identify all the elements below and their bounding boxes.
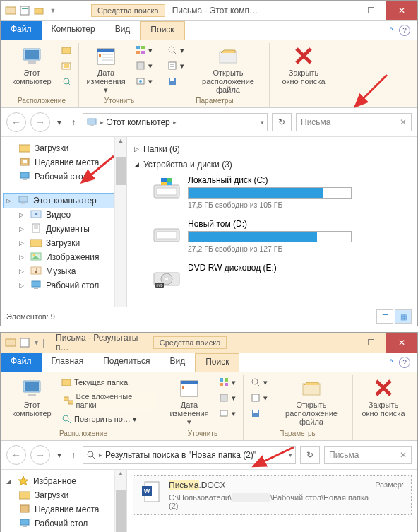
ribbon-collapse[interactable]: ^ ? <box>389 353 417 372</box>
tree-desktop[interactable]: Рабочий стол <box>16 516 124 531</box>
forward-button[interactable]: → <box>30 445 50 465</box>
recent-searches[interactable]: ▾ <box>165 43 187 57</box>
recent-searches[interactable]: ▾ <box>248 375 270 389</box>
tab-share[interactable]: Поделиться <box>93 353 160 372</box>
tree-downloads[interactable]: Загрузки <box>16 488 124 502</box>
clear-search-icon[interactable]: ✕ <box>400 117 407 127</box>
tree-recent[interactable]: Недавние места <box>16 155 124 170</box>
quick-access-toolbar: ▼ <box>1 1 63 20</box>
qat-newfolder-icon[interactable] <box>33 5 44 16</box>
tab-search[interactable]: Поиск <box>195 353 239 372</box>
save-search[interactable] <box>165 74 187 88</box>
history-dropdown[interactable]: ▾ <box>54 448 64 462</box>
open-location-button[interactable]: Открытьрасположение файла <box>191 43 265 95</box>
back-button[interactable]: ← <box>6 445 26 465</box>
svg-point-61 <box>165 278 168 280</box>
tree-favorites[interactable]: ◢Избранное <box>4 474 124 488</box>
drive-dvd[interactable]: DVD DVD RW дисковод (E:) <box>151 263 410 291</box>
search-in-3[interactable] <box>59 74 74 88</box>
forward-button[interactable]: → <box>30 112 50 132</box>
qat-dropdown-icon[interactable]: ▼ <box>47 5 59 16</box>
tree-desktop2[interactable]: ▷Рабочий стол <box>16 278 124 292</box>
kind-filter[interactable]: ▾ <box>133 43 155 57</box>
tab-view[interactable]: Вид <box>105 21 141 40</box>
up-button[interactable]: ↑ <box>68 115 78 129</box>
app-icon <box>5 5 16 16</box>
address-bar[interactable]: ▸ Этот компьютер ▸ ▾ <box>83 113 268 131</box>
refresh-button[interactable]: ↻ <box>272 113 292 131</box>
close-button[interactable]: ✕ <box>386 333 417 353</box>
tree-downloads2[interactable]: ▷Загрузки <box>16 236 124 250</box>
address-bar[interactable]: ▸ Результаты поиска в "Новая папка (2)" … <box>83 446 296 464</box>
back-button[interactable]: ← <box>6 112 26 132</box>
tree-documents[interactable]: ▷Документы <box>16 222 124 236</box>
size-filter[interactable]: ▾ <box>216 391 239 405</box>
search-again-btn[interactable]: Повторить по… ▾ <box>59 412 157 426</box>
qat-properties-icon[interactable] <box>19 5 30 16</box>
other-filter[interactable]: ▾ <box>133 74 155 88</box>
other-filter[interactable]: ▾ <box>216 406 239 420</box>
search-box[interactable]: Письма ✕ <box>296 113 412 131</box>
ribbon-collapse[interactable]: ^ ? <box>389 21 417 40</box>
computer-small-icon <box>18 195 29 206</box>
tree-music[interactable]: ▷Музыка <box>16 264 124 278</box>
search-box[interactable]: Письма ✕ <box>324 446 412 464</box>
drive-d[interactable]: Новый том (D:) 27,2 ГБ свободно из 127 Г… <box>151 219 410 253</box>
search-in-1[interactable] <box>59 43 74 57</box>
close-search-button[interactable]: Закрытьокно поиска <box>274 43 333 87</box>
tree-videos[interactable]: ▷Видео <box>16 208 124 222</box>
adv-options[interactable]: ▾ <box>248 391 270 405</box>
search-result[interactable]: W Письма.DOCX С:\Пользователи\xxxxxxxxxx… <box>133 475 412 515</box>
tab-computer[interactable]: Компьютер <box>42 21 105 40</box>
crumb-this-pc[interactable]: Этот компьютер <box>107 117 170 127</box>
tab-file[interactable]: Файл <box>1 353 42 372</box>
this-pc-button[interactable]: Этоткомпьютер <box>9 375 54 419</box>
maximize-button[interactable]: ☐ <box>355 333 386 353</box>
close-x-icon <box>292 45 315 67</box>
folders-section-header[interactable]: ▷Папки (6) <box>134 144 410 154</box>
tree-recent[interactable]: Недавние места <box>16 502 124 516</box>
maximize-button[interactable]: ☐ <box>355 1 386 20</box>
save-search[interactable] <box>248 406 270 420</box>
tree-pictures[interactable]: ▷Изображения <box>16 250 124 264</box>
sidebar-scrollbar[interactable]: ▲ <box>114 137 126 307</box>
close-button[interactable]: ✕ <box>386 1 417 20</box>
devices-section-header[interactable]: ◢Устройства и диски (3) <box>134 160 410 170</box>
refresh-button[interactable]: ↻ <box>300 446 320 464</box>
open-location-button[interactable]: Открытьрасположение файла <box>275 375 348 427</box>
svg-rect-36 <box>19 196 28 202</box>
svg-rect-33 <box>23 160 27 163</box>
icons-view-button[interactable]: ▦ <box>395 309 412 324</box>
size-filter[interactable]: ▾ <box>133 59 155 73</box>
clear-search-icon[interactable]: ✕ <box>400 450 407 460</box>
close-search-button[interactable]: Закрытьокно поиска <box>357 375 410 419</box>
tree-downloads[interactable]: Загрузки <box>16 141 124 155</box>
sidebar-scrollbar[interactable]: ▲ <box>114 470 126 532</box>
current-folder-btn[interactable]: Текущая папка <box>59 375 157 389</box>
history-dropdown[interactable]: ▾ <box>54 115 64 129</box>
date-modified-button[interactable]: Датаизменения ▾ <box>167 375 212 427</box>
svg-rect-52 <box>157 188 177 195</box>
tab-home[interactable]: Главная <box>42 353 94 372</box>
qat-properties-icon[interactable] <box>19 337 30 348</box>
kind-filter[interactable]: ▾ <box>216 375 239 389</box>
details-view-button[interactable]: ☰ <box>376 309 393 324</box>
drive-c[interactable]: Локальный диск (C:) 17,5 ГБ свободно из … <box>151 175 410 209</box>
all-subfolders-btn[interactable]: Все вложенные папки <box>59 391 157 410</box>
addr-dropdown[interactable]: ▾ <box>261 119 264 126</box>
addr-dropdown[interactable]: ▾ <box>289 451 292 459</box>
adv-options[interactable]: ▾ <box>165 59 187 73</box>
caret-icon[interactable]: ▷ <box>6 197 13 204</box>
qat-dropdown-icon[interactable]: ▼ <box>33 339 40 346</box>
minimize-button[interactable]: ─ <box>324 333 355 353</box>
date-modified-button[interactable]: Датаизменения ▾ <box>83 43 129 95</box>
tree-desktop[interactable]: Рабочий стол <box>16 170 124 184</box>
minimize-button[interactable]: ─ <box>324 1 355 20</box>
search-in-2[interactable] <box>59 59 74 73</box>
tab-view[interactable]: Вид <box>160 353 195 372</box>
tab-file[interactable]: Файл <box>1 21 42 40</box>
tab-search[interactable]: Поиск <box>140 21 184 40</box>
up-button[interactable]: ↑ <box>68 448 78 462</box>
tree-this-pc[interactable]: ▷Этот компьютер <box>4 194 124 208</box>
this-pc-button[interactable]: Этоткомпьютер <box>9 43 54 87</box>
